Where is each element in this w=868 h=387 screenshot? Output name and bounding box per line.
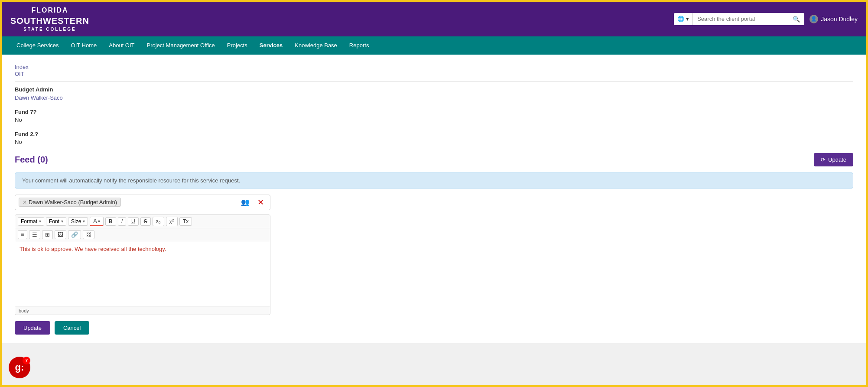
nav-item-college-services[interactable]: College Services — [10, 37, 65, 54]
fund2-label: Fund 2.? — [15, 131, 853, 137]
feed-title: Feed (0) — [15, 155, 48, 165]
user-info: 👤 Jason Dudley — [809, 15, 858, 23]
link-button[interactable]: 🔗 — [68, 230, 81, 239]
clear-recipients-button[interactable]: ✕ — [255, 197, 267, 208]
recipient-actions: 👥 ✕ — [238, 197, 267, 208]
breadcrumb: Index OIT — [15, 63, 853, 77]
editor-footer: body — [15, 306, 270, 315]
user-avatar-icon: 👤 — [809, 15, 818, 23]
format-dropdown[interactable]: Format ▾ — [18, 217, 44, 226]
editor-body[interactable]: This is ok to approve. We have received … — [15, 241, 270, 306]
budget-admin-section: Budget Admin Dawn Walker-Saco — [15, 86, 853, 101]
recipient-row: ✕ Dawn Walker-Saco (Budget Admin) 👥 ✕ — [15, 195, 270, 210]
feed-header: Feed (0) ⟳ Update — [15, 153, 853, 166]
bold-button[interactable]: B — [105, 217, 116, 226]
budget-admin-label: Budget Admin — [15, 86, 853, 93]
logo-line2: SOUTHWESTERN — [10, 15, 89, 26]
italic-button[interactable]: I — [118, 217, 126, 226]
fund7-section: Fund 7? No — [15, 109, 853, 123]
globe-icon: 🌐 — [677, 16, 684, 22]
header-right: 🌐 ▾ 🔍 👤 Jason Dudley — [674, 13, 858, 25]
format-label: Format — [21, 218, 37, 224]
underline-button[interactable]: U — [128, 217, 139, 226]
add-recipient-button[interactable]: 👥 — [238, 197, 252, 208]
font-dropdown-arrow: ▾ — [61, 219, 63, 224]
cancel-button[interactable]: Cancel — [55, 321, 89, 335]
feed-update-button[interactable]: ⟳ Update — [814, 153, 853, 166]
link-icon: 🔗 — [71, 231, 78, 238]
submit-update-button[interactable]: Update — [15, 321, 50, 335]
font-color-arrow: ▾ — [98, 219, 100, 224]
superscript-button[interactable]: x2 — [166, 217, 178, 226]
logo-line3: STATE COLLEGE — [10, 26, 89, 32]
strikethrough-button[interactable]: S — [140, 217, 151, 226]
search-button[interactable]: 🔍 — [788, 13, 804, 25]
divider — [15, 81, 853, 82]
breadcrumb-oit[interactable]: OIT — [15, 71, 24, 77]
users-icon: 👥 — [241, 198, 250, 206]
feed-update-label: Update — [828, 156, 846, 163]
nav-item-oit-home[interactable]: OIT Home — [65, 37, 103, 54]
clear-format-button[interactable]: Tx — [179, 217, 192, 226]
fund7-value: No — [15, 117, 853, 123]
search-icon: 🔍 — [793, 16, 800, 23]
subscript-button[interactable]: x2 — [153, 217, 164, 226]
navigation: College Services OIT Home About OIT Proj… — [2, 36, 866, 55]
editor-wrapper: Format ▾ Font ▾ Size ▾ A ▾ B I U S x2 x2… — [15, 215, 270, 315]
font-dropdown[interactable]: Font ▾ — [46, 217, 66, 226]
toolbar-row1: Format ▾ Font ▾ Size ▾ A ▾ B I U S x2 x2… — [15, 215, 270, 228]
unordered-list-button[interactable]: ☰ — [29, 230, 40, 239]
person-icon: 👤 — [811, 16, 817, 22]
unordered-list-icon: ☰ — [32, 231, 37, 238]
fund7-label: Fund 7? — [15, 109, 853, 115]
refresh-icon: ⟳ — [821, 156, 826, 163]
logo-line1: FLORIDA — [10, 6, 89, 15]
unlink-icon: ⛓ — [86, 231, 91, 238]
notify-bar: Your comment will automatically notify t… — [15, 172, 853, 189]
size-dropdown[interactable]: Size ▾ — [68, 217, 88, 226]
font-label: Font — [49, 218, 59, 224]
fund2-value: No — [15, 139, 853, 145]
nav-item-reports[interactable]: Reports — [343, 37, 375, 54]
ordered-list-icon: ≡ — [21, 231, 24, 238]
notify-message: Your comment will automatically notify t… — [22, 177, 240, 184]
user-name: Jason Dudley — [821, 16, 858, 23]
clear-icon: ✕ — [257, 198, 264, 207]
nav-item-knowledge-base[interactable]: Knowledge Base — [289, 37, 343, 54]
size-dropdown-arrow: ▾ — [83, 219, 85, 224]
table-icon: ⊞ — [45, 231, 50, 238]
search-input[interactable] — [693, 13, 788, 25]
tag-x-btn[interactable]: ✕ — [23, 199, 27, 205]
font-color-icon: A — [93, 218, 96, 224]
recipient-name: Dawn Walker-Saco (Budget Admin) — [29, 199, 117, 205]
editor-content: This is ok to approve. We have received … — [20, 246, 166, 252]
gruvatar-badge: 7 — [23, 357, 30, 364]
unlink-button[interactable]: ⛓ — [83, 230, 94, 239]
table-button[interactable]: ⊞ — [42, 230, 53, 239]
ordered-list-button[interactable]: ≡ — [18, 230, 27, 239]
toolbar-row2: ≡ ☰ ⊞ 🖼 🔗 ⛓ — [15, 228, 270, 241]
image-icon: 🖼 — [58, 231, 63, 238]
logo-area: FLORIDA SOUTHWESTERN STATE COLLEGE — [10, 6, 89, 32]
chevron-down-icon: ▾ — [686, 16, 689, 22]
nav-item-projects[interactable]: Projects — [221, 37, 254, 54]
bottom-buttons: Update Cancel — [15, 321, 853, 335]
recipient-tag: ✕ Dawn Walker-Saco (Budget Admin) — [19, 198, 121, 207]
globe-button[interactable]: 🌐 ▾ — [674, 13, 693, 25]
nav-item-project-management[interactable]: Project Management Office — [141, 37, 221, 54]
size-label: Size — [71, 218, 81, 224]
nav-item-services[interactable]: Services — [254, 37, 289, 54]
breadcrumb-index[interactable]: Index — [15, 64, 29, 70]
font-color-button[interactable]: A ▾ — [90, 217, 104, 226]
image-button[interactable]: 🖼 — [55, 230, 66, 239]
gruvatar-letter: g: — [15, 362, 24, 373]
search-box: 🌐 ▾ 🔍 — [674, 13, 804, 25]
main-content: Index OIT Budget Admin Dawn Walker-Saco … — [2, 55, 866, 343]
header: FLORIDA SOUTHWESTERN STATE COLLEGE 🌐 ▾ 🔍… — [2, 2, 866, 36]
logo: FLORIDA SOUTHWESTERN STATE COLLEGE — [10, 6, 89, 32]
budget-admin-value[interactable]: Dawn Walker-Saco — [15, 94, 63, 101]
nav-item-about-oit[interactable]: About OIT — [103, 37, 140, 54]
fund2-section: Fund 2.? No — [15, 131, 853, 145]
format-dropdown-arrow: ▾ — [39, 219, 41, 224]
gruvatar-widget[interactable]: g: 7 — [9, 357, 30, 378]
